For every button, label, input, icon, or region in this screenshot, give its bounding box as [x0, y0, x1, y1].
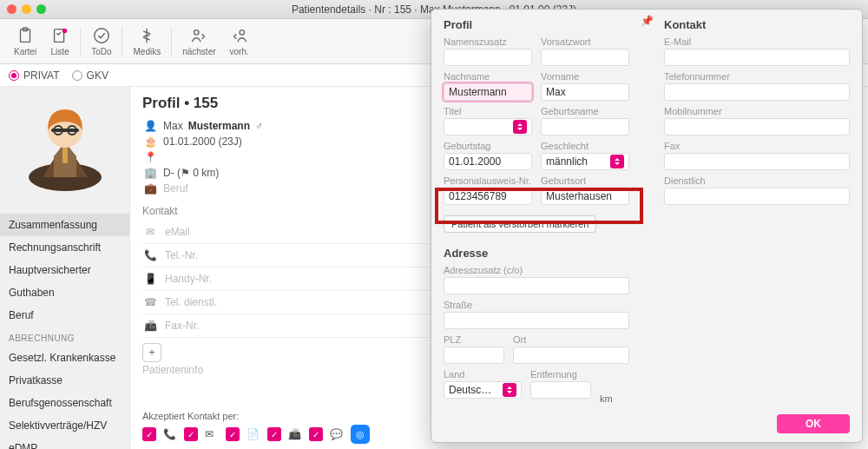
add-contact-button[interactable]: + [142, 343, 161, 362]
input-geburtsort[interactable] [541, 188, 629, 205]
popover-left-column: Profil Namenszusatz Vorsatzwort Nachname… [444, 18, 629, 404]
profil-heading: Profil • 155 [142, 95, 218, 112]
select-titel[interactable] [444, 118, 532, 135]
toolbar-todo[interactable]: ToDo [84, 23, 118, 60]
popover-kontakt-heading: Kontakt [664, 18, 850, 31]
sidebar-heading-abrechnung: ABRECHNUNG [0, 327, 129, 347]
chevron-updown-icon [610, 155, 624, 168]
mark-deceased-button[interactable]: Patient als verstorben markieren [444, 215, 596, 233]
letter-icon: 📄 [247, 428, 260, 440]
checkbox-on-icon[interactable]: ✓ [142, 427, 156, 441]
toolbar-prev[interactable]: vorh. [223, 23, 256, 60]
input-entfernung[interactable] [530, 381, 591, 399]
toolbar-label: Mediks [133, 47, 161, 56]
input-telefon[interactable] [664, 83, 850, 101]
last-name: Mustermann [188, 120, 250, 132]
sidebar: Zusammenfassung Rechnungsanschrift Haupt… [0, 87, 130, 449]
checkbox-on-icon[interactable]: ✓ [184, 427, 198, 441]
fax-icon: 📠 [288, 428, 302, 440]
building-icon: 🏢 [142, 167, 158, 179]
label-ort: Ort [513, 334, 629, 345]
label-ausweis: Personalausweis-Nr. [444, 175, 532, 186]
svg-point-6 [240, 30, 245, 36]
beruf-placeholder: Beruf [163, 182, 188, 195]
sidebar-item-beruf[interactable]: Beruf [0, 304, 129, 327]
toolbar-next[interactable]: nächster [175, 23, 222, 60]
sidebar-item-hzv[interactable]: Selektivverträge/HZV [0, 414, 129, 437]
svg-rect-10 [62, 148, 68, 163]
label-entfernung: Entfernung [530, 369, 591, 380]
gender-icon: ♂ [255, 120, 263, 132]
sms-icon: 💬 [330, 428, 344, 440]
checkbox-on-icon[interactable]: ✓ [309, 427, 323, 441]
checkbox-on-icon[interactable]: ✓ [267, 427, 281, 441]
radio-off-icon [72, 70, 82, 81]
input-fax[interactable] [664, 153, 850, 170]
briefcase-icon: 💼 [142, 182, 158, 195]
radio-label: GKV [87, 69, 108, 82]
chevron-updown-icon [503, 383, 516, 397]
ok-button[interactable]: OK [777, 414, 850, 433]
sidebar-item-privatkasse[interactable]: Privatkasse [0, 369, 129, 392]
sidebar-item-edmp[interactable]: eDMP [0, 437, 129, 449]
label-namenszusatz: Namenszusatz [444, 36, 532, 47]
input-email[interactable] [664, 49, 850, 66]
input-strasse[interactable] [444, 312, 629, 329]
checkbox-on-icon[interactable]: ✓ [226, 427, 240, 441]
cake-icon: 🎂 [142, 135, 158, 148]
radio-gkv[interactable]: GKV [72, 69, 108, 82]
edit-popover: 📌 Profil Namenszusatz Vorsatzwort Nachna… [431, 9, 863, 443]
label-nachname: Nachname [444, 71, 532, 82]
radio-label: PRIVAT [23, 69, 60, 82]
input-mobil[interactable] [664, 118, 850, 135]
check-circle-icon [92, 26, 111, 45]
toolbar-mediks[interactable]: Mediks [126, 23, 168, 60]
person-icon: 👤 [142, 120, 158, 132]
toolbar-separator [122, 27, 122, 56]
label-geburtsort: Geburtsort [541, 175, 629, 186]
first-name: Max [163, 120, 183, 132]
input-geburtstag[interactable] [444, 153, 532, 170]
svg-rect-12 [51, 129, 79, 132]
toolbar-separator [80, 27, 81, 56]
sidebar-item-rechnungsanschrift[interactable]: Rechnungsanschrift [0, 236, 129, 259]
input-namenszusatz[interactable] [444, 49, 532, 66]
popover-adresse-heading: Adresse [444, 247, 629, 260]
label-email: E-Mail [664, 36, 850, 47]
label-strasse: Straße [444, 300, 629, 310]
sidebar-item-zusammenfassung[interactable]: Zusammenfassung [0, 214, 129, 236]
svg-point-3 [62, 29, 68, 34]
label-geburtsname: Geburtsname [541, 106, 629, 116]
mail-icon: ✉ [142, 226, 158, 238]
popover-right-column: Kontakt E-Mail Telefonnummer Mobilnummer… [664, 18, 850, 404]
input-nachname[interactable] [444, 83, 532, 101]
sidebar-item-hauptversicherter[interactable]: Hauptversicherter [0, 259, 129, 281]
sidebar-item-bg[interactable]: Berufsgenossenschaft [0, 392, 129, 414]
toolbar-liste[interactable]: Liste [43, 23, 76, 60]
input-vorname[interactable] [541, 83, 629, 101]
app-chip-icon[interactable]: ◎ [351, 425, 370, 444]
label-land: Land [444, 369, 522, 380]
radio-privat[interactable]: PRIVAT [9, 69, 60, 82]
input-dienstlich[interactable] [664, 188, 850, 205]
popover-profil-heading: Profil [444, 18, 629, 31]
input-adresszusatz[interactable] [444, 277, 629, 294]
input-ort[interactable] [513, 347, 629, 364]
select-land[interactable]: Deutsc… [444, 381, 522, 399]
input-plz[interactable] [444, 347, 504, 364]
dob-value: 01.01.2000 (23J) [163, 135, 242, 148]
input-vorsatzwort[interactable] [541, 49, 629, 66]
label-geschlecht: Geschlecht [541, 141, 629, 151]
pin-icon[interactable]: 📌 [641, 15, 654, 27]
label-vorsatzwort: Vorsatzwort [541, 36, 629, 47]
km-label: km [600, 393, 613, 404]
sidebar-item-guthaben[interactable]: Guthaben [0, 281, 129, 304]
label-titel: Titel [444, 106, 532, 116]
toolbar-label: Liste [51, 47, 69, 56]
toolbar-kartei[interactable]: Kartei [7, 23, 43, 60]
sidebar-item-gkv[interactable]: Gesetzl. Krankenkasse [0, 347, 129, 369]
input-ausweis[interactable] [444, 188, 532, 205]
input-geburtsname[interactable] [541, 118, 629, 135]
toolbar-label: ToDo [91, 47, 111, 56]
select-geschlecht[interactable]: männlich [541, 153, 629, 170]
